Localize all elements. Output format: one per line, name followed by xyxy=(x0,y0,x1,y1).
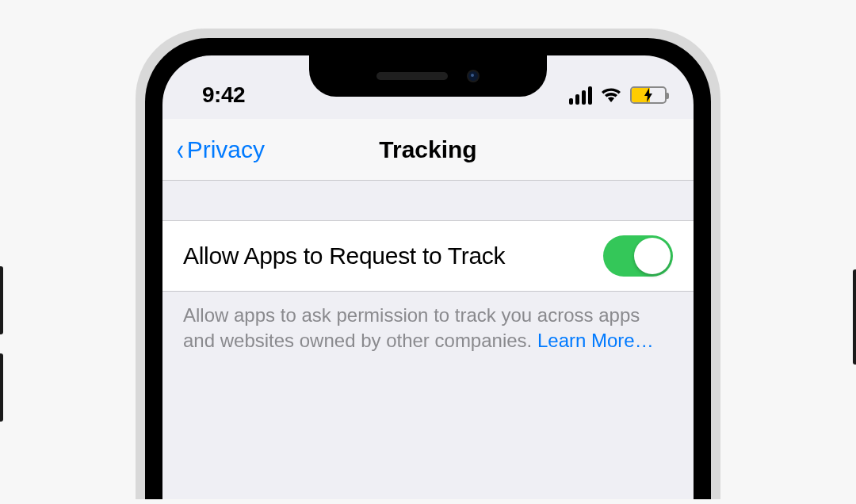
cellular-signal-icon xyxy=(569,86,592,105)
device-screen: 9:42 xyxy=(162,55,694,499)
row-label: Allow Apps to Request to Track xyxy=(183,242,505,269)
iphone-device-mockup: 9:42 xyxy=(136,29,720,499)
device-bezel: 9:42 xyxy=(136,29,720,499)
volume-up-button xyxy=(0,266,3,334)
navigation-bar: ‹ Privacy Tracking xyxy=(162,119,694,181)
speaker-grill xyxy=(376,72,448,80)
status-time: 9:42 xyxy=(202,82,245,108)
allow-tracking-toggle[interactable] xyxy=(603,235,673,277)
section-spacer xyxy=(162,181,694,220)
wifi-icon xyxy=(600,86,622,104)
battery-icon xyxy=(630,86,667,104)
status-right-cluster xyxy=(569,86,667,105)
section-footer: Allow apps to ask permission to track yo… xyxy=(162,292,694,365)
side-button xyxy=(853,269,856,365)
back-button-label: Privacy xyxy=(187,136,265,163)
page-title: Tracking xyxy=(379,136,476,163)
allow-tracking-request-row[interactable]: Allow Apps to Request to Track xyxy=(162,220,694,292)
learn-more-link[interactable]: Learn More… xyxy=(537,330,654,351)
device-notch xyxy=(309,55,547,97)
volume-down-button xyxy=(0,353,3,422)
back-button[interactable]: ‹ Privacy xyxy=(175,135,265,165)
toggle-knob xyxy=(634,238,671,274)
front-camera xyxy=(467,70,480,82)
device-frame: 9:42 xyxy=(145,38,711,499)
chevron-left-icon: ‹ xyxy=(177,135,184,165)
